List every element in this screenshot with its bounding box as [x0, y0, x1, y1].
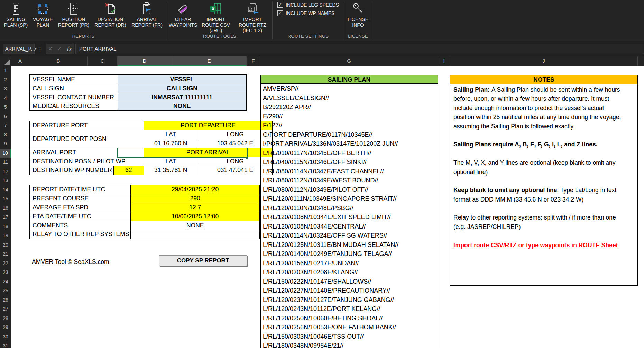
- sailing-plan-line[interactable]: L/RL/120/0256N/10053E/ONE FATHOM BANK//: [263, 323, 438, 332]
- row-header-15[interactable]: 15: [0, 194, 11, 204]
- import-route-csv-button[interactable]: X IMPORT ROUTE CSV (JRC): [197, 0, 234, 33]
- column-header-I[interactable]: I: [438, 56, 450, 66]
- sailing-plan-line[interactable]: L/RL/080/0112N/10349E/WEST BOUND//: [263, 176, 438, 185]
- present-course-value-cell[interactable]: 290: [131, 194, 260, 203]
- row-header-10[interactable]: 10: [0, 149, 11, 158]
- row-header-9[interactable]: 9: [0, 139, 11, 149]
- sailing-plan-line[interactable]: L/RL/180/0348N/09954E/21//: [263, 341, 438, 348]
- clear-waypoints-button[interactable]: CLEAR WAYPOINTS: [168, 0, 197, 28]
- column-header-D[interactable]: D: [118, 56, 172, 66]
- row-header-23[interactable]: 23: [0, 268, 11, 277]
- sailing-plan-line[interactable]: L/RL/120/0140N/10249E/TANJUNG TELAGA//: [263, 249, 438, 259]
- destination-posn-label-cell[interactable]: DESTINATION POSN / PILOT WP: [29, 157, 144, 166]
- sailing-plan-title[interactable]: SAILING PLAN: [261, 75, 438, 84]
- arrival-report-button[interactable]: ARRIVAL REPORT (FR): [129, 0, 165, 28]
- sailing-plan-line[interactable]: L/RL/120/0227N/10140E/PRECAUTIONARY//: [263, 286, 438, 295]
- eta-datetime-label-cell[interactable]: ETA DATE/TIME UTC: [29, 212, 131, 221]
- column-header-blank[interactable]: [638, 56, 644, 66]
- row-header-17[interactable]: 17: [0, 213, 11, 222]
- sailing-plan-line[interactable]: L/RL/120/0203N/10208E/KLANG//: [263, 268, 438, 277]
- row-header-22[interactable]: 22: [0, 259, 11, 268]
- column-header-E[interactable]: E: [172, 56, 247, 66]
- sailing-plan-line[interactable]: L/RL/120/0125N/10311E/BN MUDAH SELATAN//: [263, 240, 438, 250]
- sailing-plan-line[interactable]: L/RL/080/0114N/10347E/EAST CHANNEL//: [263, 167, 438, 176]
- sailing-plan-line[interactable]: L/RL/150/0222N/10147E/SHALLOWS//: [263, 277, 438, 286]
- sailing-plan-line[interactable]: F/127//: [263, 121, 438, 130]
- departure-lat-header-cell[interactable]: LAT: [144, 130, 198, 139]
- sailing-plan-line[interactable]: L/RL/120/0156N/10217E/UNDAN//: [263, 259, 438, 268]
- comments-value-cell[interactable]: NONE: [131, 221, 260, 230]
- include-leg-speeds-checkbox[interactable]: ✓ INCLUDE LEG SPEEDS: [277, 2, 339, 8]
- present-course-label-cell[interactable]: PRESENT COURSE: [29, 194, 131, 203]
- select-all-corner[interactable]: [0, 56, 11, 66]
- sailing-plan-line[interactable]: L/RL/120/0237N/10127E/TANJUNG GABANG//: [263, 295, 438, 305]
- row-header-30[interactable]: 30: [0, 332, 11, 341]
- cancel-entry-icon[interactable]: ✕: [48, 46, 53, 52]
- comments-label-cell[interactable]: COMMENTS: [29, 221, 131, 230]
- row-header-6[interactable]: 6: [0, 112, 11, 121]
- sailing-plan-line[interactable]: L/RL/120/0111N/10349E/SINGAPORE STRAIT//: [263, 194, 438, 204]
- sailing-plan-line[interactable]: I/PORT ARRIVAL/3136N/03147E/101200Z JUN/…: [263, 139, 438, 149]
- sailing-plan-line[interactable]: L/RL/120/0110N/10348E/PSBG//: [263, 204, 438, 213]
- sailing-plan-line[interactable]: B/292120Z APR//: [263, 102, 438, 112]
- sailing-plan-button[interactable]: SAILING PLAN (SP): [1, 0, 30, 28]
- row-header-1[interactable]: 1: [0, 66, 11, 75]
- sailing-plan-line[interactable]: G/PORT DEPARTURE/0117N/10345E//: [263, 130, 438, 140]
- row-header-14[interactable]: 14: [0, 185, 11, 195]
- sailing-plan-line[interactable]: A/VESSEL/CALLSIGN//: [263, 93, 438, 103]
- column-header-C[interactable]: C: [88, 56, 118, 66]
- sailing-plan-line[interactable]: L/RL/120/0108N/10344E/EXIT SPEED LIMIT//: [263, 213, 438, 222]
- license-info-button[interactable]: LICENSE INFO: [346, 0, 370, 28]
- row-header-5[interactable]: 5: [0, 102, 11, 112]
- insert-function-icon[interactable]: fx: [66, 46, 72, 52]
- vessel-name-value-cell[interactable]: VESSEL: [118, 75, 247, 84]
- row-header-28[interactable]: 28: [0, 314, 11, 323]
- sailing-plan-line[interactable]: L/RL/080/0112N/10349E/PILOT OFF//: [263, 185, 438, 195]
- arrival-port-label-cell[interactable]: ARRIVAL PORT: [29, 148, 144, 157]
- destination-lat-value-cell[interactable]: 31 35.781 N: [144, 166, 198, 175]
- row-header-25[interactable]: 25: [0, 286, 11, 295]
- sailing-plan-line[interactable]: AMVER/SP//: [263, 84, 438, 93]
- sailing-plan-line[interactable]: L/RL/010/0117N/10345E/OFF BERTH//: [263, 149, 438, 158]
- row-header-27[interactable]: 27: [0, 304, 11, 314]
- row-header-31[interactable]: 31: [0, 341, 11, 348]
- row-header-19[interactable]: 19: [0, 231, 11, 240]
- vessel-name-label-cell[interactable]: VESSEL NAME: [29, 75, 118, 84]
- position-report-button[interactable]: POSITION REPORT (PR): [55, 0, 92, 28]
- sailing-plan-line[interactable]: L/RL/120/0243N/10112E/PORT KELANG//: [263, 304, 438, 314]
- row-header-16[interactable]: 16: [0, 204, 11, 213]
- name-box[interactable]: ARRIVAL_P... ▾: [3, 44, 35, 54]
- destination-wp-number-cell[interactable]: 62: [113, 166, 144, 175]
- formula-input[interactable]: PORT ARRIVAL: [75, 44, 644, 54]
- row-header-18[interactable]: 18: [0, 222, 11, 231]
- row-header-11[interactable]: 11: [0, 158, 11, 167]
- relay-systems-label-cell[interactable]: RELAY TO OTHER REP SYSTEMS: [29, 230, 131, 239]
- fill-handle[interactable]: [246, 157, 248, 159]
- medical-resources-value-cell[interactable]: NONE: [118, 102, 247, 111]
- column-header-F[interactable]: F: [247, 56, 260, 66]
- voyage-plan-button[interactable]: VOYAGE PLAN: [30, 0, 55, 28]
- sailing-plan-line[interactable]: E/290//: [263, 112, 438, 121]
- departure-posn-label-cell[interactable]: DEPARTURE PORT POSN: [29, 130, 144, 148]
- row-header-2[interactable]: 2: [0, 75, 11, 84]
- deviation-report-button[interactable]: DEVIATION REPORT (DR): [92, 0, 129, 28]
- departure-lat-value-cell[interactable]: 01 16.760 N: [144, 139, 198, 148]
- include-wp-names-checkbox[interactable]: ✓ INCLUDE WP NAMES: [277, 10, 339, 16]
- departure-port-label-cell[interactable]: DEPARTURE PORT: [29, 121, 144, 130]
- relay-systems-value-cell[interactable]: [131, 230, 260, 239]
- eta-datetime-value-cell[interactable]: 10/06/2025 12:00: [131, 212, 260, 221]
- sailing-plan-line[interactable]: L/RL/120/0114N/10324E/OFF SG WATERS//: [263, 231, 438, 240]
- column-header-G[interactable]: G: [260, 56, 438, 66]
- destination-wp-label-cell[interactable]: DESTINATION WP NUMBER: [29, 166, 113, 175]
- row-header-29[interactable]: 29: [0, 323, 11, 332]
- sailing-plan-line[interactable]: L/RL/150/0303N/10046E/TSS OUT//: [263, 332, 438, 341]
- row-header-7[interactable]: 7: [0, 121, 11, 130]
- row-header-4[interactable]: 4: [0, 93, 11, 103]
- row-header-12[interactable]: 12: [0, 167, 11, 176]
- row-header-24[interactable]: 24: [0, 277, 11, 286]
- row-header-8[interactable]: 8: [0, 130, 11, 140]
- report-datetime-label-cell[interactable]: REPORT DATE/TIME UTC: [29, 185, 131, 194]
- row-header-21[interactable]: 21: [0, 249, 11, 259]
- average-eta-spd-value-cell[interactable]: 12.7: [131, 203, 260, 212]
- medical-resources-label-cell[interactable]: MEDICAL RESOURCES: [29, 102, 118, 111]
